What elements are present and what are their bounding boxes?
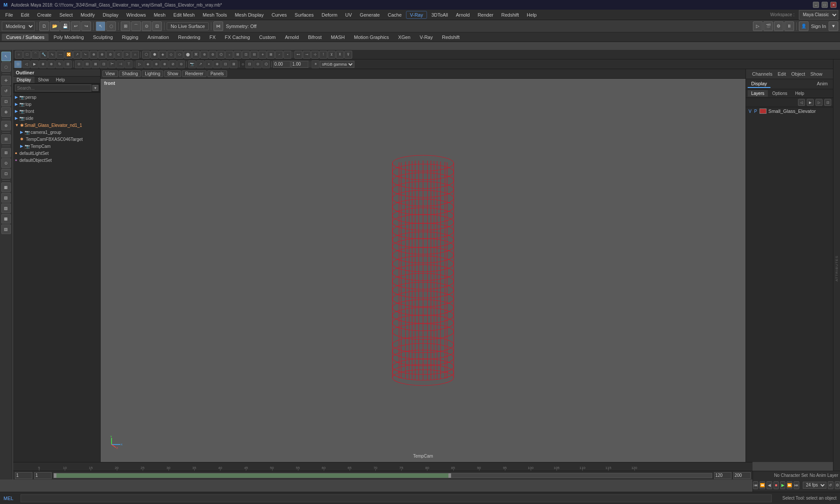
- tab-animation[interactable]: Animation: [143, 34, 173, 41]
- viewport-shading-menu[interactable]: Shading: [119, 70, 141, 77]
- ol-item-tempcamtarget[interactable]: ✱ TempCamFBXASC046Target: [13, 136, 100, 143]
- layer-visibility-p[interactable]: P: [754, 109, 757, 114]
- menu-select[interactable]: Select: [56, 11, 77, 18]
- vp-icon-18[interactable]: ⊘: [169, 60, 177, 68]
- play-back-button[interactable]: ◀: [766, 481, 772, 489]
- snap-curve-button[interactable]: ⌒: [131, 21, 141, 31]
- ol-item-persp[interactable]: ▶ 📷 persp: [13, 94, 100, 101]
- surface-tool-9[interactable]: ⊜: [209, 51, 217, 59]
- vp-icon-7[interactable]: ⊙: [75, 60, 83, 68]
- curve-tool-7[interactable]: 🔀: [65, 51, 73, 59]
- surface-tool-3[interactable]: ◈: [159, 51, 167, 59]
- move-tool-button[interactable]: ✛: [1, 76, 11, 85]
- surface-tool-24[interactable]: ⊼: [336, 51, 344, 59]
- menu-vray[interactable]: V-Ray: [406, 11, 427, 19]
- tab-sculpting[interactable]: Sculpting: [89, 34, 117, 41]
- viewport-panels-menu[interactable]: Panels: [207, 70, 227, 77]
- surface-tool-20[interactable]: ⊸: [303, 51, 311, 59]
- rp-layers-tab[interactable]: Layers: [748, 90, 768, 97]
- show-header-tab[interactable]: Show: [808, 71, 824, 77]
- ol-item-front[interactable]: ▶ 📷 front: [13, 108, 100, 115]
- ol-item-top[interactable]: ▶ 📷 top: [13, 101, 100, 108]
- vp-icon-4[interactable]: ⊗: [47, 60, 55, 68]
- current-frame-input[interactable]: [34, 472, 52, 479]
- vp-icon-14[interactable]: ▷: [136, 60, 144, 68]
- surface-tool-12[interactable]: ⊞: [234, 51, 242, 59]
- viewport-view-menu[interactable]: View: [102, 70, 118, 77]
- snap-view-button[interactable]: ⊡: [1, 169, 11, 178]
- loop-button[interactable]: ↺: [828, 481, 833, 489]
- rotate-tool-button[interactable]: ↺: [1, 86, 11, 96]
- surface-tool-14[interactable]: ⊟: [250, 51, 258, 59]
- curve-tool-9[interactable]: ⤷: [81, 51, 89, 59]
- vp-near-clip-field[interactable]: 0.00: [273, 61, 290, 68]
- rp-end-button[interactable]: ⊡: [824, 99, 831, 106]
- vp-icon-24[interactable]: ⊞: [230, 60, 238, 68]
- ol-item-defaultobjectset[interactable]: ● defaultObjectSet: [13, 157, 100, 164]
- menu-mesh[interactable]: Mesh: [150, 11, 169, 18]
- menu-create[interactable]: Create: [34, 11, 55, 18]
- vp-icon-8[interactable]: ⊟: [83, 60, 91, 68]
- tab-motion-graphics[interactable]: Motion Graphics: [350, 34, 393, 41]
- surface-tool-23[interactable]: ⊻: [328, 51, 336, 59]
- vp-icon-12[interactable]: ⊣: [116, 60, 124, 68]
- curve-tool-13[interactable]: ⊂: [115, 51, 122, 59]
- vp-gamma-icon[interactable]: ☀: [312, 60, 319, 68]
- surface-tool-22[interactable]: ⊺: [319, 51, 327, 59]
- rp-prev-button[interactable]: ◁: [798, 99, 805, 106]
- mode-dropdown[interactable]: Modeling: [2, 21, 35, 31]
- vp-icon-3[interactable]: ⊕: [39, 60, 47, 68]
- outliner-search-options[interactable]: ▼: [92, 85, 98, 91]
- menu-help[interactable]: Help: [523, 11, 540, 18]
- undo-button[interactable]: ↩: [71, 21, 80, 31]
- outliner-search-input[interactable]: [15, 84, 91, 91]
- vp-icon-5[interactable]: ↻: [56, 60, 63, 68]
- quick-layout-3[interactable]: ▨: [1, 203, 11, 213]
- object-header-tab[interactable]: Object: [789, 71, 807, 77]
- paint-select-button[interactable]: ◌: [1, 62, 11, 72]
- ipr-render-button[interactable]: 🎬: [763, 21, 773, 31]
- open-scene-button[interactable]: 📂: [50, 21, 60, 31]
- outliner-tab-help[interactable]: Help: [52, 77, 69, 83]
- tab-fx[interactable]: FX: [205, 34, 220, 41]
- go-to-start-button[interactable]: ⏮: [753, 481, 758, 489]
- render-settings-button[interactable]: ⚙: [774, 21, 784, 31]
- tab-arnold[interactable]: Arnold: [280, 34, 303, 41]
- play-forward-button[interactable]: ▶: [780, 481, 785, 489]
- save-scene-button[interactable]: 💾: [60, 21, 70, 31]
- menu-cache[interactable]: Cache: [384, 11, 405, 18]
- timeline-ruler[interactable]: 5101520253035404550556065707580859095100…: [13, 462, 752, 471]
- menu-mesh-display[interactable]: Mesh Display: [231, 11, 267, 18]
- curve-tool-15[interactable]: ∩: [131, 51, 139, 59]
- edit-header-tab[interactable]: Edit: [776, 71, 788, 77]
- rp-help-tab[interactable]: Help: [791, 90, 808, 97]
- menu-surfaces[interactable]: Surfaces: [291, 11, 317, 18]
- vp-far-clip-field[interactable]: 1.00: [291, 61, 308, 68]
- stop-button[interactable]: ■: [774, 481, 779, 489]
- range-start-input[interactable]: [15, 472, 32, 479]
- vp-icon-20[interactable]: ↗: [196, 60, 204, 68]
- quick-layout-1[interactable]: ▦: [1, 182, 11, 192]
- tab-rendering[interactable]: Rendering: [174, 34, 205, 41]
- viewport-lighting-menu[interactable]: Lighting: [142, 70, 163, 77]
- snap-grid-lt-button[interactable]: ⊞: [1, 148, 11, 158]
- menu-edit[interactable]: Edit: [18, 11, 33, 18]
- menu-mesh-tools[interactable]: Mesh Tools: [199, 11, 230, 18]
- surface-tool-17[interactable]: ⌿: [275, 51, 283, 59]
- range-bar[interactable]: [53, 473, 712, 478]
- rp-next-button[interactable]: ▷: [816, 99, 822, 106]
- menu-3dtoall[interactable]: 3DToAll: [428, 11, 452, 18]
- menu-edit-mesh[interactable]: Edit Mesh: [170, 11, 198, 18]
- menu-uv[interactable]: UV: [342, 11, 355, 18]
- curve-tool-14[interactable]: ⊃: [123, 51, 131, 59]
- sign-in-button[interactable]: 👤: [799, 21, 808, 31]
- menu-curves[interactable]: Curves: [268, 11, 290, 18]
- go-to-end-button[interactable]: ⏭: [794, 481, 799, 489]
- select-mode-button[interactable]: ↖: [1, 52, 11, 61]
- vp-icon-1[interactable]: ◁: [22, 60, 30, 68]
- quick-layout-4[interactable]: ▩: [1, 214, 11, 224]
- surface-tool-7[interactable]: ⌘: [192, 51, 200, 59]
- outliner-tab-show[interactable]: Show: [35, 77, 52, 83]
- mel-input[interactable]: [21, 494, 772, 502]
- surface-tool-4[interactable]: ◇: [167, 51, 175, 59]
